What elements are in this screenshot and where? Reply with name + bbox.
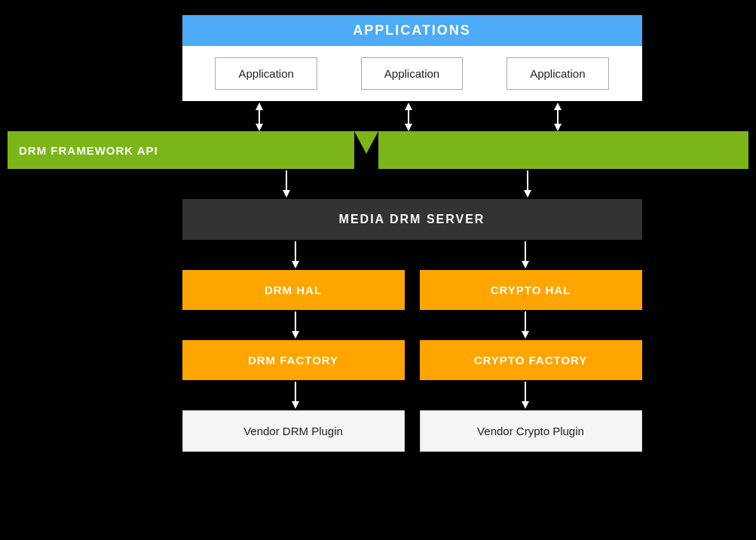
media-drm-server: MEDIA DRM SERVER <box>182 199 642 240</box>
crypto-hal-box: CRYPTO HAL <box>420 270 642 310</box>
arrows-server-to-hal <box>182 240 642 270</box>
drm-framework-left: DRM FRAMEWORK API <box>8 131 354 169</box>
diagram-container: APPLICATIONS Application Application App… <box>8 15 748 452</box>
crypto-factory-box: CRYPTO FACTORY <box>420 340 642 380</box>
spacer-1 <box>8 169 748 199</box>
svg-marker-21 <box>292 331 299 339</box>
arrows-apps-to-drm <box>182 101 642 131</box>
svg-marker-8 <box>554 103 562 110</box>
svg-marker-23 <box>522 331 529 339</box>
vendor-row: Vendor DRM Plugin Vendor Crypto Plugin <box>182 410 642 452</box>
drm-factory-box: DRM FACTORY <box>182 340 405 380</box>
vendor-drm-plugin: Vendor DRM Plugin <box>182 410 405 452</box>
app-box-2: Application <box>361 57 463 90</box>
svg-marker-5 <box>405 103 412 110</box>
svg-marker-13 <box>283 190 290 198</box>
arrows-factory-to-vendor <box>182 380 642 410</box>
factory-row: DRM FACTORY CRYPTO FACTORY <box>182 340 642 380</box>
drm-hal-box: DRM HAL <box>182 270 405 310</box>
drm-framework-right <box>378 131 748 169</box>
drm-framework-notch <box>354 131 378 169</box>
svg-marker-17 <box>292 261 299 268</box>
svg-marker-1 <box>256 103 263 110</box>
arrows-drm-to-server <box>8 169 748 199</box>
hal-row: DRM HAL CRYPTO HAL <box>182 270 642 310</box>
app-box-1: Application <box>215 57 317 90</box>
svg-marker-19 <box>522 261 529 268</box>
drm-framework-label: DRM FRAMEWORK API <box>19 144 158 157</box>
drm-framework-row: DRM FRAMEWORK API <box>8 131 748 169</box>
arrows-hal-to-factory <box>182 310 642 340</box>
applications-body: Application Application Application <box>182 46 642 101</box>
svg-marker-27 <box>522 401 529 409</box>
applications-header: APPLICATIONS <box>182 15 642 46</box>
app-box-3: Application <box>507 57 608 90</box>
vendor-crypto-plugin: Vendor Crypto Plugin <box>420 410 642 452</box>
svg-marker-25 <box>292 401 299 409</box>
svg-marker-3 <box>256 124 263 131</box>
svg-marker-10 <box>354 131 378 154</box>
notch-svg <box>354 131 378 169</box>
svg-marker-15 <box>524 190 531 198</box>
svg-marker-9 <box>554 124 562 131</box>
applications-block: APPLICATIONS Application Application App… <box>182 15 642 101</box>
svg-marker-6 <box>405 124 412 131</box>
